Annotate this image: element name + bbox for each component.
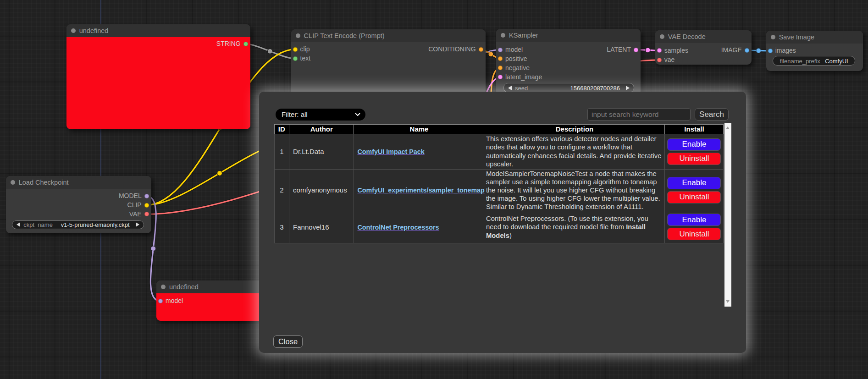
description-text: ControlNet Preprocessors. (To use this e… xyxy=(486,215,648,231)
node-status-dot xyxy=(71,28,76,33)
cell-description: This extension offers various detector n… xyxy=(484,134,665,169)
extension-name-link[interactable]: ComfyUI Impact Pack xyxy=(357,148,424,155)
table-scrollbar[interactable] xyxy=(724,123,731,307)
node-title-label: VAE Decode xyxy=(668,33,706,40)
filename-prefix-widget[interactable]: filename_prefix ComfyUI xyxy=(773,56,855,66)
node-status-dot xyxy=(11,180,15,185)
enable-button[interactable]: Enable xyxy=(667,214,721,226)
node-save-image[interactable]: Save Image images filename_prefix ComfyU… xyxy=(766,31,863,71)
uninstall-button[interactable]: Uninstall xyxy=(667,191,721,203)
output-port-string[interactable]: STRING xyxy=(66,39,250,49)
widget-label: filename_prefix xyxy=(780,58,820,65)
widget-value: ComfyUI xyxy=(825,58,848,65)
node-title-bar[interactable]: Load Checkpoint xyxy=(6,176,151,189)
custom-nodes-manager-dialog: Filter: all Search ID Author Name Descri… xyxy=(259,92,746,353)
link-midpoint-dot[interactable] xyxy=(217,171,222,176)
uninstall-button[interactable]: Uninstall xyxy=(667,228,721,240)
cell-install: Enable Uninstall xyxy=(665,169,724,211)
header-author: Author xyxy=(289,124,354,134)
node-status-dot xyxy=(771,35,775,39)
node-vae-decode[interactable]: VAE Decode samples vae IMAGE xyxy=(655,30,752,65)
link-midpoint-dot[interactable] xyxy=(267,49,272,54)
decrement-arrow-icon[interactable] xyxy=(508,86,512,90)
node-load-checkpoint[interactable]: Load Checkpoint MODEL CLIP VAE ckpt_name… xyxy=(6,176,151,233)
node-status-dot xyxy=(161,285,166,289)
header-install: Install xyxy=(665,124,724,134)
node-title-bar[interactable]: VAE Decode xyxy=(655,30,752,43)
ckpt-name-widget[interactable]: ckpt_name v1-5-pruned-emaonly.ckpt xyxy=(12,220,144,229)
output-port-clip[interactable]: CLIP xyxy=(6,201,151,210)
node-title-bar[interactable]: CLIP Text Encode (Prompt) xyxy=(291,29,486,42)
output-port-vae[interactable]: VAE xyxy=(6,209,151,219)
input-port-images[interactable]: images xyxy=(766,46,863,55)
port-dot-conditioning[interactable] xyxy=(479,47,483,52)
node-ksampler[interactable]: KSampler model positive negative latent_… xyxy=(496,29,641,95)
port-label: vae xyxy=(664,56,675,63)
input-port-latent-image[interactable]: latent_image xyxy=(496,72,641,82)
port-dot-images[interactable] xyxy=(768,49,773,53)
extension-name-link[interactable]: ControlNet Preprocessors xyxy=(357,224,439,231)
custom-nodes-table: ID Author Name Description Install 1 Dr.… xyxy=(274,124,724,243)
output-port-latent[interactable]: LATENT xyxy=(496,45,641,55)
port-dot-image[interactable] xyxy=(745,48,749,53)
header-id: ID xyxy=(274,124,289,134)
port-dot-clip-out[interactable] xyxy=(144,203,149,208)
scrollbar-down-arrow-icon[interactable] xyxy=(726,300,730,303)
chevron-down-icon xyxy=(355,113,360,116)
port-label: VAE xyxy=(129,210,142,218)
enable-button[interactable]: Enable xyxy=(667,177,721,189)
node-title-bar[interactable]: undefined xyxy=(66,24,250,37)
port-label: CONDITIONING xyxy=(428,45,475,53)
widget-value: v1-5-pruned-emaonly.ckpt xyxy=(61,221,130,228)
table-header-row: ID Author Name Description Install xyxy=(274,124,724,134)
output-port-conditioning[interactable]: CONDITIONING xyxy=(291,45,486,54)
output-port-image[interactable]: IMAGE xyxy=(655,46,752,55)
input-port-text[interactable]: text xyxy=(291,54,486,63)
port-dot-model-out[interactable] xyxy=(144,194,149,198)
port-dot-latent-image[interactable] xyxy=(498,75,503,79)
port-label: negative xyxy=(505,64,530,71)
node-title-bar[interactable]: Save Image xyxy=(766,31,863,44)
port-dot-text[interactable] xyxy=(293,56,298,61)
widget-label: seed xyxy=(515,85,528,92)
cell-id: 1 xyxy=(274,134,289,169)
cell-author: comfyanonymous xyxy=(289,169,354,211)
search-input[interactable] xyxy=(587,108,691,121)
port-label: positive xyxy=(505,55,527,62)
node-undefined-string[interactable]: undefined STRING xyxy=(66,24,250,129)
comfyui-app: { "canvas": { "accent_line_color": "#465… xyxy=(0,0,868,379)
increment-arrow-icon[interactable] xyxy=(136,222,139,227)
filter-dropdown[interactable]: Filter: all xyxy=(276,109,365,121)
enable-button[interactable]: Enable xyxy=(667,138,721,151)
port-dot-latent[interactable] xyxy=(634,48,638,52)
port-dot-vae[interactable] xyxy=(657,58,662,62)
link-midpoint-dot[interactable] xyxy=(488,52,493,57)
search-button[interactable]: Search xyxy=(695,108,729,121)
cell-id: 3 xyxy=(274,211,289,243)
port-label: STRING xyxy=(216,40,241,47)
node-title-label: KSampler xyxy=(509,32,538,39)
node-title-bar[interactable]: KSampler xyxy=(496,29,641,42)
description-text: ) xyxy=(509,232,512,239)
input-port-vae[interactable]: vae xyxy=(655,55,752,65)
cell-install: Enable Uninstall xyxy=(665,211,724,243)
node-title-label: undefined xyxy=(169,283,199,291)
scrollbar-up-arrow-icon[interactable] xyxy=(726,126,730,129)
output-port-model[interactable]: MODEL xyxy=(6,192,151,201)
link-midpoint-dot[interactable] xyxy=(151,246,156,251)
port-dot-vae-out[interactable] xyxy=(144,212,149,216)
close-button[interactable]: Close xyxy=(273,335,303,348)
port-dot-negative[interactable] xyxy=(498,66,503,70)
input-port-negative[interactable]: negative xyxy=(496,63,641,72)
input-port-positive[interactable]: positive xyxy=(496,54,641,63)
increment-arrow-icon[interactable] xyxy=(626,86,630,90)
link-midpoint-dot[interactable] xyxy=(756,48,761,53)
port-dot-string[interactable] xyxy=(243,42,248,46)
port-dot-model-in[interactable] xyxy=(158,299,163,303)
uninstall-button[interactable]: Uninstall xyxy=(667,153,721,165)
decrement-arrow-icon[interactable] xyxy=(17,222,20,227)
port-dot-positive[interactable] xyxy=(498,56,503,61)
extension-name-link[interactable]: ComfyUI_experiments/sampler_tonemap xyxy=(357,187,484,194)
link-midpoint-dot[interactable] xyxy=(645,48,650,53)
node-title-label: Save Image xyxy=(779,33,814,41)
